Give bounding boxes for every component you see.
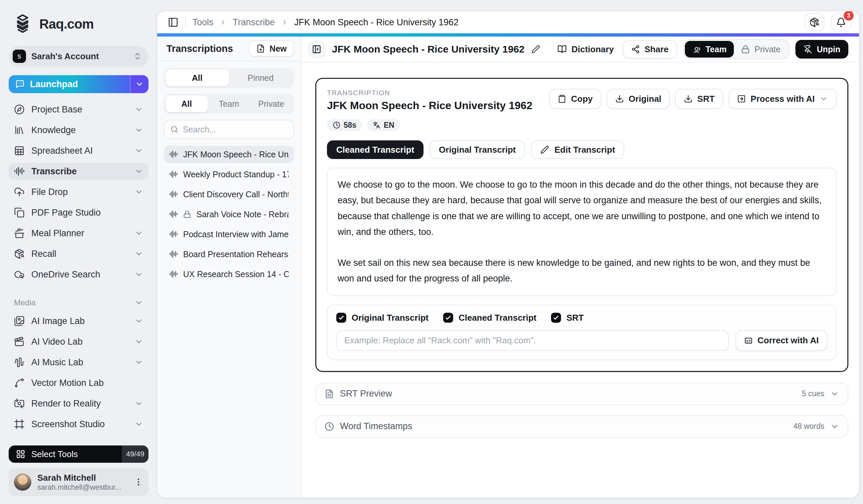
chevron-down-icon bbox=[135, 317, 143, 325]
transcriptions-panel: Transcriptions New All Pinned All Team P… bbox=[157, 37, 301, 498]
sidebar-item-file-drop[interactable]: File Drop bbox=[9, 184, 149, 200]
transcript-view-tabs: Cleaned Transcript Original Transcript E… bbox=[327, 140, 837, 159]
visibility-team-option[interactable]: Team bbox=[685, 41, 734, 57]
package-search-icon bbox=[809, 17, 820, 27]
package-search-button[interactable] bbox=[804, 13, 824, 31]
notifications-button[interactable]: 3 bbox=[831, 13, 851, 31]
transcription-list-item[interactable]: Client Discovery Call - Northfield ... bbox=[164, 186, 294, 203]
new-transcription-button[interactable]: New bbox=[249, 40, 294, 57]
collapse-panel-button[interactable] bbox=[308, 41, 325, 58]
chevron-down-icon bbox=[135, 249, 143, 258]
process-with-ai-button[interactable]: Process with AI bbox=[728, 89, 837, 109]
user-card[interactable]: Sarah Mitchell sarah.mitchell@westbur... bbox=[9, 468, 149, 496]
chevron-down-icon bbox=[135, 337, 143, 346]
lock-icon bbox=[741, 45, 750, 54]
breadcrumb-transcribe[interactable]: Transcribe bbox=[233, 17, 275, 28]
tab-scope-team[interactable]: Team bbox=[208, 95, 250, 112]
transcription-list-item[interactable]: JFK Moon Speech - Rice Universi... bbox=[164, 146, 294, 163]
download-original-button[interactable]: Original bbox=[606, 89, 670, 109]
chevron-down-icon bbox=[830, 422, 839, 431]
transcription-list-item[interactable]: Weekly Product Standup - 17 Feb bbox=[164, 166, 294, 183]
pencil-icon bbox=[540, 145, 549, 154]
correction-instruction-input[interactable] bbox=[336, 330, 729, 351]
sidebar-item-onedrive-search[interactable]: OneDrive Search bbox=[9, 266, 149, 283]
checkbox-srt[interactable]: SRT bbox=[551, 313, 584, 323]
file-text-icon bbox=[325, 389, 334, 399]
dictionary-button[interactable]: Dictionary bbox=[555, 44, 616, 54]
audio-waveform-icon bbox=[169, 190, 178, 198]
chevron-down-icon bbox=[135, 126, 143, 134]
notification-count-badge: 3 bbox=[844, 11, 854, 21]
tab-pinned[interactable]: Pinned bbox=[229, 69, 293, 86]
launchpad-expand[interactable] bbox=[130, 75, 149, 93]
search-field bbox=[164, 120, 294, 139]
clapperboard-icon bbox=[14, 336, 25, 347]
edit-title-icon[interactable] bbox=[531, 45, 540, 54]
sidebar-item-ai-music-lab[interactable]: AI Music Lab bbox=[9, 354, 149, 371]
srt-preview-accordion[interactable]: SRT Preview 5 cues bbox=[315, 383, 848, 405]
tab-edit-transcript[interactable]: Edit Transcript bbox=[531, 140, 624, 159]
transcription-list-item[interactable]: Sarah Voice Note - Rebrand T... bbox=[164, 206, 294, 223]
tab-scope-private[interactable]: Private bbox=[250, 95, 292, 112]
correct-with-ai-button[interactable]: Correct with AI bbox=[736, 330, 827, 351]
account-avatar: s bbox=[13, 50, 26, 63]
chevrons-up-down-icon bbox=[133, 52, 142, 61]
breadcrumb: Tools Transcribe JFK Moon Speech - Rice … bbox=[192, 17, 459, 28]
tab-original-transcript[interactable]: Original Transcript bbox=[429, 140, 525, 159]
account-name: Sarah's Account bbox=[31, 51, 128, 62]
chevron-down-icon bbox=[135, 146, 143, 155]
word-timestamps-accordion[interactable]: Word Timestamps 48 words bbox=[315, 415, 848, 438]
app-root: Raq.com s Sarah's Account Launchpad Proj… bbox=[0, 0, 863, 504]
tab-scope-all[interactable]: All bbox=[165, 95, 208, 112]
audio-waveform-icon bbox=[169, 150, 178, 159]
sidebar-item-ai-video-lab[interactable]: AI Video Lab bbox=[9, 333, 149, 350]
captions-icon bbox=[744, 336, 753, 345]
camera-refresh-icon bbox=[14, 398, 25, 409]
chevron-down-icon bbox=[135, 270, 143, 279]
panel-title: Transcriptions bbox=[166, 43, 233, 54]
search-input[interactable] bbox=[183, 125, 287, 134]
sidebar-item-project-base[interactable]: Project Base bbox=[9, 101, 149, 118]
checkbox-cleaned-transcript[interactable]: Cleaned Transcript bbox=[443, 313, 536, 323]
media-section-header[interactable]: Media bbox=[9, 298, 149, 307]
sidebar-item-render-to-reality[interactable]: Render to Reality bbox=[9, 395, 149, 412]
tab-all[interactable]: All bbox=[165, 69, 229, 86]
share-icon bbox=[631, 45, 640, 54]
pin-off-icon bbox=[803, 45, 812, 54]
brand-logo: Raq.com bbox=[9, 12, 149, 36]
launchpad-button[interactable]: Launchpad bbox=[9, 75, 149, 93]
card-eyebrow: TRANSCRIPTION bbox=[327, 89, 533, 97]
sidebar-item-ai-image-lab[interactable]: AI Image Lab bbox=[9, 313, 149, 329]
copy-button[interactable]: Copy bbox=[549, 89, 601, 109]
sidebar-item-meal-planner[interactable]: Meal Planner bbox=[9, 225, 149, 242]
sidebar-item-pdf-page-studio[interactable]: PDF Page Studio bbox=[9, 204, 149, 221]
visibility-toggle: Team Private bbox=[683, 39, 789, 59]
breadcrumb-tools[interactable]: Tools bbox=[192, 17, 213, 28]
visibility-private-option[interactable]: Private bbox=[734, 41, 788, 57]
checkbox-original-transcript[interactable]: Original Transcript bbox=[336, 313, 428, 323]
more-vertical-icon[interactable] bbox=[134, 477, 143, 487]
checkbox-checked-icon bbox=[336, 313, 346, 323]
unpin-button[interactable]: Unpin bbox=[796, 40, 848, 59]
share-button[interactable]: Share bbox=[623, 40, 677, 59]
download-srt-button[interactable]: SRT bbox=[675, 89, 723, 109]
sidebar-item-spreadsheet-ai[interactable]: Spreadsheet AI bbox=[9, 142, 149, 159]
sidebar: Raq.com s Sarah's Account Launchpad Proj… bbox=[0, 0, 157, 504]
panel-left-toggle-icon[interactable] bbox=[168, 17, 178, 28]
transcription-list-item[interactable]: Podcast Interview with James Th... bbox=[164, 225, 294, 243]
chevron-down-icon bbox=[820, 94, 828, 103]
filter-tabs: All Pinned bbox=[164, 68, 294, 88]
transcription-list-item[interactable]: UX Research Session 14 - Onboar... bbox=[164, 266, 294, 283]
select-tools-button[interactable]: Select Tools 49/49 bbox=[9, 445, 149, 463]
sidebar-item-knowledge[interactable]: Knowledge bbox=[9, 122, 149, 138]
content-scroll: TRANSCRIPTION JFK Moon Speech - Rice Uni… bbox=[301, 63, 859, 498]
tab-cleaned-transcript[interactable]: Cleaned Transcript bbox=[327, 140, 424, 159]
sidebar-item-transcribe[interactable]: Transcribe bbox=[9, 163, 149, 180]
sidebar-item-recall[interactable]: Recall bbox=[9, 246, 149, 262]
user-name: Sarah Mitchell bbox=[37, 473, 128, 483]
transcription-card: TRANSCRIPTION JFK Moon Speech - Rice Uni… bbox=[315, 78, 848, 372]
transcription-list-item[interactable]: Board Presentation Rehearsal bbox=[164, 246, 294, 263]
sidebar-item-vector-motion-lab[interactable]: Vector Motion Lab bbox=[9, 375, 149, 391]
account-switcher[interactable]: s Sarah's Account bbox=[9, 46, 149, 66]
sidebar-item-screenshot-studio[interactable]: Screenshot Studio bbox=[9, 416, 149, 432]
